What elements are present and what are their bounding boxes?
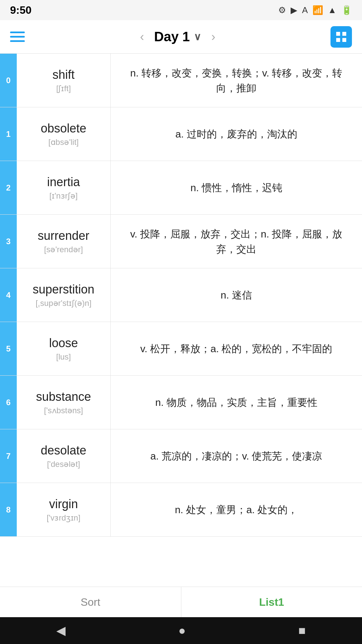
row-index: 2 (0, 161, 17, 214)
word-text: substance (36, 390, 91, 404)
table-row[interactable]: 6 substance ['sʌbstəns] n. 物质，物品，实质，主旨，重… (0, 376, 362, 429)
nav-arrows: ‹ Day 1 ∨ › (140, 29, 216, 44)
grid-icon (335, 30, 348, 44)
tab-list1[interactable]: List1 (181, 587, 362, 617)
row-index: 1 (0, 107, 17, 161)
system-nav-bar: ◀ ● ■ (0, 617, 362, 644)
row-word: desolate ['desələt] (17, 429, 111, 483)
day-title[interactable]: Day 1 ∨ (154, 29, 201, 44)
wifi-icon: 📶 (312, 5, 323, 15)
word-text: shift (52, 68, 74, 82)
table-row[interactable]: 1 obsolete [ɑbsə'lit] a. 过时的，废弃的，淘汰的 (0, 107, 362, 161)
table-row[interactable]: 2 inertia [ɪ'nɜrʃə] n. 惯性，惰性，迟钝 (0, 161, 362, 215)
row-definition: v. 松开，释放；a. 松的，宽松的，不牢固的 (111, 322, 362, 375)
row-definition: a. 过时的，废弃的，淘汰的 (111, 107, 362, 161)
row-index: 4 (0, 268, 17, 322)
menu-button[interactable] (10, 32, 25, 42)
table-row[interactable]: 8 virgin ['vɜrdʒɪn] n. 处女，童男；a. 处女的， (0, 483, 362, 537)
table-row[interactable]: 3 surrender [sə'rendər] v. 投降，屈服，放弃，交出；n… (0, 215, 362, 268)
row-definition: n. 惯性，惰性，迟钝 (111, 161, 362, 214)
row-definition: n. 物质，物品，实质，主旨，重要性 (111, 376, 362, 429)
table-row[interactable]: 7 desolate ['desələt] a. 荒凉的，凄凉的；v. 使荒芜，… (0, 429, 362, 483)
status-icons: ⚙ ▶ A 📶 ▲ 🔋 (278, 5, 352, 15)
word-text: desolate (41, 443, 86, 458)
status-time: 9:50 (10, 4, 32, 16)
row-word: inertia [ɪ'nɜrʃə] (17, 161, 111, 214)
row-definition: n. 转移，改变，变换，转换；v. 转移，改变，转向，推卸 (111, 54, 362, 107)
table-row[interactable]: 0 shift [ʃɪft] n. 转移，改变，变换，转换；v. 转移，改变，转… (0, 54, 362, 107)
word-text: surrender (38, 229, 89, 243)
row-word: substance ['sʌbstəns] (17, 376, 111, 429)
bottom-tabs: Sort List1 (0, 587, 362, 617)
word-phonetic: [ˌsupər'stɪʃ(ə)n] (36, 299, 92, 308)
row-index: 0 (0, 54, 17, 107)
font-icon: A (302, 5, 308, 15)
play-icon: ▶ (291, 5, 297, 15)
svg-rect-3 (342, 38, 346, 42)
chevron-down-icon: ∨ (194, 31, 201, 43)
back-button[interactable]: ◀ (56, 624, 66, 638)
prev-button[interactable]: ‹ (140, 30, 144, 44)
row-definition: n. 迷信 (111, 268, 362, 322)
row-word: surrender [sə'rendər] (17, 215, 111, 268)
home-button[interactable]: ● (178, 624, 186, 638)
status-bar: 9:50 ⚙ ▶ A 📶 ▲ 🔋 (0, 0, 362, 20)
recent-button[interactable]: ■ (298, 624, 306, 638)
row-word: shift [ʃɪft] (17, 54, 111, 107)
word-phonetic: ['desələt] (47, 460, 80, 469)
svg-rect-1 (342, 32, 346, 36)
battery-icon: 🔋 (341, 5, 352, 15)
word-phonetic: [sə'rendər] (44, 245, 83, 254)
word-phonetic: [ɑbsə'lit] (48, 138, 79, 147)
tab-sort[interactable]: Sort (0, 587, 181, 617)
row-word: loose [lus] (17, 322, 111, 375)
table-row[interactable]: 4 superstition [ˌsupər'stɪʃ(ə)n] n. 迷信 (0, 268, 362, 322)
row-index: 7 (0, 429, 17, 483)
row-definition: n. 处女，童男；a. 处女的， (111, 483, 362, 536)
row-word: virgin ['vɜrdʒɪn] (17, 483, 111, 536)
row-index: 5 (0, 322, 17, 375)
row-definition: v. 投降，屈服，放弃，交出；n. 投降，屈服，放弃，交出 (111, 215, 362, 268)
word-list: 0 shift [ʃɪft] n. 转移，改变，变换，转换；v. 转移，改变，转… (0, 54, 362, 537)
word-phonetic: [lus] (56, 352, 71, 362)
settings-icon: ⚙ (278, 5, 286, 15)
word-text: superstition (33, 282, 94, 297)
word-text: inertia (47, 175, 80, 189)
signal-icon: ▲ (328, 5, 337, 15)
word-text: obsolete (41, 121, 86, 136)
row-word: superstition [ˌsupər'stɪʃ(ə)n] (17, 268, 111, 322)
word-phonetic: ['vɜrdʒɪn] (47, 513, 80, 523)
row-index: 8 (0, 483, 17, 536)
word-text: virgin (49, 497, 78, 511)
row-definition: a. 荒凉的，凄凉的；v. 使荒芜，使凄凉 (111, 429, 362, 483)
table-row[interactable]: 5 loose [lus] v. 松开，释放；a. 松的，宽松的，不牢固的 (0, 322, 362, 376)
grid-view-button[interactable] (330, 26, 352, 48)
next-button[interactable]: › (211, 30, 215, 44)
row-word: obsolete [ɑbsə'lit] (17, 107, 111, 161)
top-nav: ‹ Day 1 ∨ › (0, 20, 362, 54)
word-phonetic: [ʃɪft] (56, 84, 71, 93)
svg-rect-0 (336, 32, 340, 36)
word-phonetic: ['sʌbstəns] (44, 406, 83, 415)
svg-rect-2 (336, 38, 340, 42)
word-phonetic: [ɪ'nɜrʃə] (49, 191, 77, 201)
word-text: loose (49, 336, 78, 350)
row-index: 3 (0, 215, 17, 268)
row-index: 6 (0, 376, 17, 429)
